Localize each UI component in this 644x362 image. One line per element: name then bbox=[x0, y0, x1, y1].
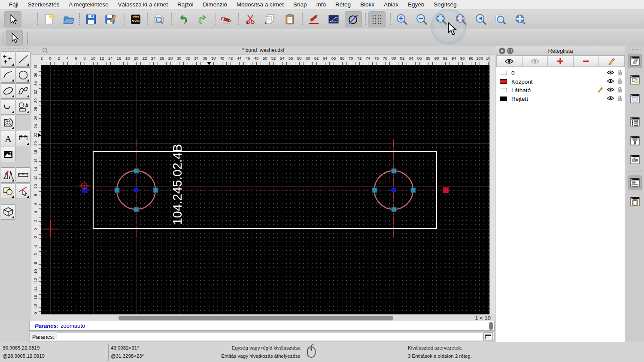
solid-3d-tool-button[interactable] bbox=[1, 204, 15, 220]
menu-r-teg[interactable]: Réteg bbox=[331, 0, 355, 9]
layers-dock-dock-button[interactable] bbox=[628, 54, 642, 68]
edit-layer-button[interactable] bbox=[599, 56, 625, 67]
paste-button[interactable] bbox=[281, 11, 298, 27]
save-file-button[interactable] bbox=[82, 11, 100, 27]
menu-f-jl[interactable]: Fájl bbox=[4, 0, 23, 9]
layer-panel-titlebar[interactable]: ✕ ❐ Réteglista bbox=[496, 46, 625, 56]
layer-lock-icon[interactable] bbox=[617, 87, 622, 94]
zoom-out-button[interactable] bbox=[413, 11, 430, 27]
command-dock-dock-button[interactable] bbox=[628, 175, 642, 190]
layer-row-k-zpont[interactable]: Központ bbox=[496, 77, 625, 86]
layer-lock-icon[interactable] bbox=[617, 78, 622, 85]
menu-rajzol[interactable]: Rajzol bbox=[173, 0, 198, 9]
document-titlebar[interactable]: * bond_washer.dxf bbox=[31, 46, 495, 55]
svg-export-button[interactable]: SVG bbox=[127, 11, 144, 27]
save-as-button[interactable] bbox=[102, 11, 119, 27]
modify-attributes-tool-button[interactable] bbox=[1, 184, 15, 199]
select-window-button[interactable] bbox=[325, 11, 342, 27]
print-preview-button[interactable] bbox=[150, 11, 167, 27]
library-dock-dock-button[interactable] bbox=[628, 91, 642, 106]
blocks-dock-dock-button[interactable] bbox=[628, 72, 642, 87]
dimension-tool-button[interactable] bbox=[16, 131, 30, 146]
open-file-button[interactable] bbox=[60, 11, 77, 27]
text-tool-button[interactable]: A bbox=[1, 131, 15, 146]
delete-selected-button[interactable] bbox=[218, 11, 235, 27]
centerline-endpoint-handle-right[interactable] bbox=[443, 187, 449, 193]
canvas-vertical-scrollbar[interactable] bbox=[489, 55, 495, 314]
menu-seg-ts-g[interactable]: Segítség bbox=[429, 0, 461, 9]
dock-drag-handle[interactable] bbox=[629, 48, 641, 50]
draw-pen-button[interactable] bbox=[305, 11, 322, 27]
layer-row-0[interactable]: 0 bbox=[496, 69, 625, 77]
horizontal-scrollbar-thumb[interactable] bbox=[118, 316, 393, 320]
menu-dimenzi[interactable]: Dimenzió bbox=[198, 0, 231, 9]
cut-button[interactable]: + bbox=[242, 11, 259, 27]
trim-tool-button[interactable] bbox=[16, 184, 30, 199]
menu-blokk[interactable]: Blokk bbox=[355, 0, 379, 9]
arc-tool-button[interactable] bbox=[1, 67, 15, 83]
points-tool-button[interactable] bbox=[1, 51, 15, 67]
menu-m-dos-tsa-a-c-met[interactable]: Módosítsa a címet bbox=[232, 0, 289, 9]
zoom-pan-button[interactable] bbox=[512, 11, 529, 27]
menu-szerkeszt-s[interactable]: Szerkesztés bbox=[23, 0, 64, 9]
layer-lock-icon[interactable] bbox=[617, 95, 622, 103]
v-ruler-label: 20 bbox=[33, 141, 38, 147]
spline-tool-button[interactable] bbox=[16, 83, 30, 99]
copy-button[interactable]: + bbox=[261, 11, 279, 27]
hatch-icon bbox=[3, 117, 14, 128]
circle-tool-button[interactable] bbox=[16, 67, 30, 83]
zoom-window-button[interactable] bbox=[492, 11, 509, 27]
layer-row-rejtett[interactable]: Rejtett bbox=[496, 94, 625, 103]
menu-egy-b[interactable]: Egyéb bbox=[403, 0, 429, 9]
menu-inf[interactable]: Infó bbox=[312, 0, 331, 9]
command-input[interactable] bbox=[57, 332, 482, 341]
new-file-button[interactable] bbox=[40, 11, 58, 27]
remove-layer-button[interactable] bbox=[574, 56, 599, 67]
layer-visibility-icon[interactable] bbox=[607, 78, 614, 85]
hatch-tool-button[interactable] bbox=[1, 115, 15, 130]
select-arrow-button[interactable] bbox=[4, 11, 21, 27]
modify-tool-button[interactable] bbox=[1, 167, 15, 183]
filter-dock-dock-button[interactable] bbox=[628, 133, 642, 148]
polyline-tool-button[interactable] bbox=[1, 99, 15, 115]
line-tool-button[interactable] bbox=[16, 51, 30, 67]
grid-toggle-button[interactable] bbox=[368, 11, 386, 27]
part-label-text[interactable]: 104.245.02.4B bbox=[170, 144, 184, 225]
polygon-tool-button[interactable] bbox=[16, 99, 30, 115]
layer-row-l-that[interactable]: Látható bbox=[496, 86, 625, 94]
measure-tool-button[interactable] bbox=[16, 167, 30, 183]
tool-dock-dock-button[interactable] bbox=[628, 152, 642, 167]
hide-all-layers-button[interactable] bbox=[522, 56, 548, 67]
menu-a-megtekint-se[interactable]: A megtekintése bbox=[64, 0, 113, 9]
layer-visibility-icon[interactable] bbox=[607, 96, 614, 102]
keyboard-toggle-button[interactable] bbox=[483, 332, 493, 341]
clipboard-dock-dock-button[interactable] bbox=[628, 194, 642, 209]
command-history-scrollbar[interactable] bbox=[489, 322, 493, 330]
select-tool-button[interactable] bbox=[6, 30, 23, 46]
palette-drag-handle[interactable] bbox=[2, 48, 28, 50]
image-tool-button[interactable] bbox=[1, 147, 15, 162]
draft-mode-button[interactable] bbox=[345, 11, 362, 27]
v-ruler-label: 12 bbox=[33, 175, 38, 181]
zoom-selected-button[interactable] bbox=[453, 11, 470, 27]
list-dock-dock-button[interactable] bbox=[628, 115, 642, 129]
menu-v-lassza-ki-a-c-met[interactable]: Válassza ki a címet bbox=[113, 0, 173, 9]
show-all-layers-button[interactable] bbox=[496, 56, 522, 67]
v-ruler-label: 32 bbox=[33, 89, 38, 95]
layer-lock-icon[interactable] bbox=[617, 69, 622, 77]
zoom-auto-button[interactable] bbox=[433, 11, 450, 27]
horizontal-ruler: 2024681012141618202224262830323436384042… bbox=[41, 55, 489, 65]
left-circle-center-point[interactable] bbox=[134, 187, 139, 193]
drawing-canvas[interactable]: 104.245.02.4B bbox=[41, 65, 489, 314]
zoom-previous-button[interactable] bbox=[472, 11, 489, 27]
ellipse-tool-button[interactable] bbox=[1, 83, 15, 99]
menu-snap[interactable]: Snap bbox=[289, 0, 312, 9]
right-circle-center-point[interactable] bbox=[391, 187, 396, 193]
add-layer-button[interactable] bbox=[548, 56, 574, 67]
redo-button[interactable] bbox=[194, 11, 211, 27]
layer-visibility-icon[interactable] bbox=[607, 70, 614, 76]
menu-ablak[interactable]: Ablak bbox=[379, 0, 403, 9]
layer-visibility-icon[interactable] bbox=[607, 87, 614, 94]
undo-button[interactable] bbox=[174, 11, 191, 27]
zoom-in-button[interactable] bbox=[393, 11, 410, 27]
